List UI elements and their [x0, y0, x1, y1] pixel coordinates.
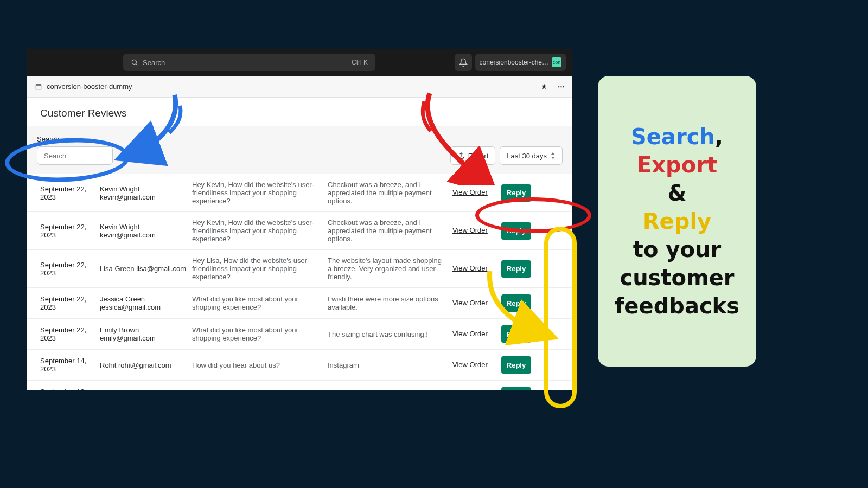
cell-customer: Jessica Green jessica@gmail.com [100, 295, 187, 311]
cell-customer: Rohit rohit@gmail.com [100, 361, 187, 369]
sort-icon [550, 152, 556, 159]
shortcut-hint: Ctrl K [352, 59, 368, 66]
date-range-button[interactable]: Last 30 days [500, 146, 563, 165]
cell-date: September 22, 2023 [40, 295, 94, 311]
cell-question: What did you like most about your shoppi… [192, 326, 322, 342]
callout-word-reply: Reply [643, 207, 711, 235]
export-icon [457, 152, 465, 159]
cell-date: September 22, 2023 [40, 261, 94, 277]
more-icon[interactable]: ⋯ [558, 82, 565, 91]
reply-button[interactable]: Reply [501, 325, 531, 343]
cell-date: September 22, 2023 [40, 185, 94, 201]
cell-customer: Kevin Wright kevin@gmail.com [100, 223, 187, 239]
cell-date: September 22, 2023 [40, 223, 94, 239]
reply-button[interactable]: Reply [501, 260, 531, 278]
cell-answer: Checkout was a breeze, and I appreciated… [328, 181, 447, 205]
table-row: September 22, 2023 Jessica Green jessica… [27, 288, 572, 319]
cell-answer: The website's layout made shopping a bre… [328, 256, 447, 281]
page-title: Customer Reviews [27, 98, 572, 126]
callout-amp: & [668, 179, 687, 207]
cell-question: Hey Lisa, How did the website's user-fri… [192, 256, 322, 281]
cell-answer: Checkout was a breeze, and I appreciated… [328, 219, 447, 243]
view-order-link[interactable]: View Order [452, 361, 496, 370]
view-order-link[interactable]: View Order [452, 188, 496, 197]
view-order-link[interactable]: View Order [452, 330, 496, 339]
account-menu[interactable]: conersionbooster-che… con [475, 54, 566, 71]
bell-icon [459, 58, 468, 67]
table-row: September 22, 2023 Kevin Wright kevin@gm… [27, 174, 572, 212]
cell-question: What did you like most about your shoppi… [192, 295, 322, 311]
svg-rect-2 [36, 85, 41, 89]
callout-word-export: Export [637, 151, 717, 179]
global-search[interactable]: Search Ctrl K [123, 54, 375, 71]
date-range-label: Last 30 days [507, 152, 547, 160]
cell-question: Hey Kevin, How did the website's user-fr… [192, 219, 322, 243]
filter-bar: Search Export Last 30 days [27, 126, 572, 174]
account-label: conersionbooster-che… [480, 59, 548, 66]
dashboard-window: Search Ctrl K conersionbooster-che… con … [27, 49, 572, 390]
breadcrumb-label: conversion-booster-dummy [47, 82, 132, 91]
pin-icon[interactable] [540, 83, 548, 91]
cell-customer: Kevin Wright kevin@gmail.com [100, 185, 187, 201]
table-row: September 22, 2023 Kevin Wright kevin@gm… [27, 212, 572, 250]
cell-date: September 13, 2023 [40, 388, 94, 390]
cell-answer: The sizing chart was confusing.! [328, 330, 447, 338]
table-row: September 13, 2023 Biplav biplav@gmail.c… [27, 381, 572, 390]
svg-line-1 [136, 64, 138, 66]
search-input[interactable] [37, 146, 113, 165]
cell-date: September 14, 2023 [40, 357, 94, 373]
view-order-link[interactable]: View Order [452, 299, 496, 308]
topbar: Search Ctrl K conersionbooster-che… con [27, 49, 572, 76]
export-button[interactable]: Export [450, 146, 496, 165]
avatar: con [552, 57, 561, 67]
global-search-placeholder: Search [143, 59, 165, 67]
export-label: Export [468, 152, 489, 160]
breadcrumb: conversion-booster-dummy ⋯ [27, 76, 572, 98]
reply-button[interactable]: Reply [501, 184, 531, 202]
callout-card: Search, Export & Reply to your customer … [598, 76, 756, 367]
callout-rest: to your customer feedbacks [609, 235, 745, 320]
reply-button[interactable]: Reply [501, 222, 531, 240]
reply-button[interactable]: Reply [501, 387, 531, 390]
callout-word-search: Search [631, 124, 715, 149]
table-row: September 22, 2023 Lisa Green lisa@gmail… [27, 250, 572, 288]
notifications-button[interactable] [455, 54, 472, 71]
reviews-table: September 22, 2023 Kevin Wright kevin@gm… [27, 174, 572, 390]
view-order-link[interactable]: View Order [452, 264, 496, 273]
cell-answer: Instagram [328, 361, 447, 369]
cell-customer: Lisa Green lisa@gmail.com [100, 265, 187, 273]
view-order-link[interactable]: View Order [452, 226, 496, 235]
cell-question: Hey Kevin, How did the website's user-fr… [192, 181, 322, 205]
store-icon [35, 83, 42, 91]
cell-answer: I wish there were more size options avai… [328, 295, 447, 311]
reply-button[interactable]: Reply [501, 294, 531, 312]
callout-comma: , [715, 124, 723, 149]
svg-point-0 [132, 60, 136, 64]
cell-date: September 22, 2023 [40, 326, 94, 342]
reply-button[interactable]: Reply [501, 356, 531, 374]
table-row: September 14, 2023 Rohit rohit@gmail.com… [27, 350, 572, 381]
cell-question: How did you hear about us? [192, 361, 322, 369]
search-icon [131, 59, 138, 66]
cell-customer: Emily Brown emily@gmail.com [100, 326, 187, 342]
search-label: Search [37, 135, 113, 143]
table-row: September 22, 2023 Emily Brown emily@gma… [27, 319, 572, 350]
